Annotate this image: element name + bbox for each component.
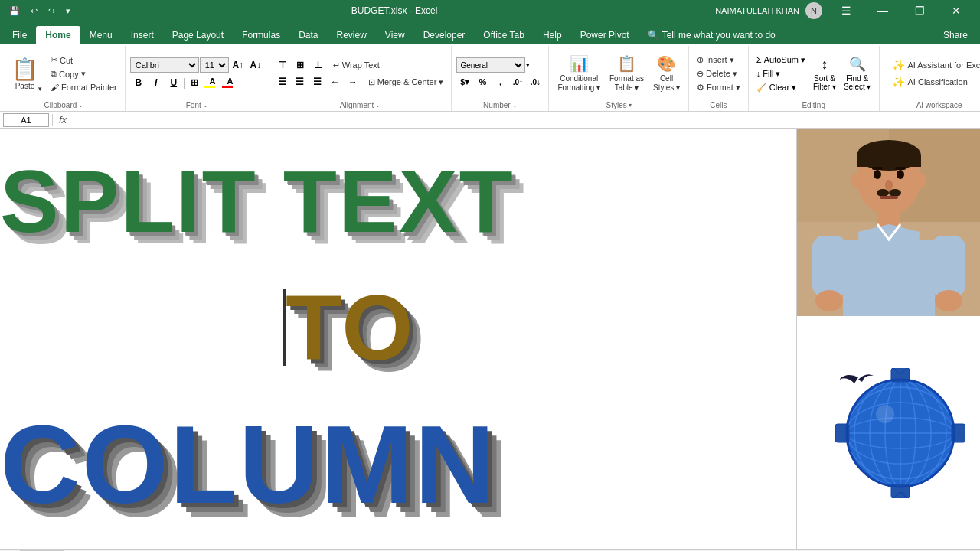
font-expand-icon[interactable]: ⌄ xyxy=(203,102,208,109)
tab-power-pivot[interactable]: Power Pivot xyxy=(571,26,639,44)
format-separator: | xyxy=(183,77,186,89)
insert-cells-button[interactable]: ⊕ Insert ▾ xyxy=(694,54,743,67)
redo-icon[interactable]: ↪ xyxy=(45,5,58,18)
merge-center-button[interactable]: ⊡ Merge & Center ▾ xyxy=(365,76,447,89)
inc-indent-button[interactable]: → xyxy=(345,74,361,90)
ribbon-tab-bar: File Home Menu Insert Page Layout Formul… xyxy=(0,21,980,44)
cell-reference-box[interactable] xyxy=(3,113,49,127)
tab-office-tab[interactable]: Office Tab xyxy=(474,26,534,44)
minimize-btn[interactable]: — xyxy=(865,0,900,21)
top-align-button[interactable]: ⊤ xyxy=(274,57,291,73)
svg-point-6 xyxy=(874,170,881,179)
ai-workspace-group: ✨ AI Assistant for Excel ✨ AI Classifica… xyxy=(880,46,981,111)
side-panel xyxy=(796,129,980,549)
number-format-select[interactable]: General xyxy=(456,57,525,73)
dollar-button[interactable]: $▾ xyxy=(456,74,473,90)
dec-decimal-button[interactable]: .0↓ xyxy=(527,74,544,90)
cut-button[interactable]: ✂ Cut xyxy=(47,54,120,67)
tab-developer[interactable]: Developer xyxy=(414,26,475,44)
font-family-select[interactable]: Calibri xyxy=(130,57,199,73)
tab-review[interactable]: Review xyxy=(328,26,376,44)
copy-button[interactable]: ⧉ Copy ▾ xyxy=(47,67,120,80)
bot-align-button[interactable]: ⊥ xyxy=(309,57,326,73)
copy-dropdown[interactable]: ▾ xyxy=(81,69,86,79)
align-center-button[interactable]: ☰ xyxy=(292,74,309,90)
clipboard-expand-icon[interactable]: ⌄ xyxy=(78,102,83,109)
ribbon-display-btn[interactable]: ☰ xyxy=(828,0,864,21)
bold-button[interactable]: B xyxy=(130,75,147,90)
maximize-btn[interactable]: ❐ xyxy=(902,0,937,21)
sort-filter-button[interactable]: ↕ Sort &Filter ▾ xyxy=(810,51,839,96)
format-as-table-button[interactable]: 📋 Format asTable ▾ xyxy=(606,51,648,96)
autosum-button[interactable]: Σ AutoSum ▾ xyxy=(753,54,808,67)
undo-icon[interactable]: ↩ xyxy=(28,5,41,18)
comma-button[interactable]: , xyxy=(492,74,508,90)
mid-align-button[interactable]: ⊞ xyxy=(292,57,309,73)
person-photo xyxy=(797,129,980,316)
delete-dropdown[interactable]: ▾ xyxy=(733,69,737,79)
clear-button[interactable]: 🧹 Clear ▾ xyxy=(753,81,808,94)
percent-button[interactable]: % xyxy=(474,74,491,90)
tab-menu[interactable]: Menu xyxy=(80,26,122,44)
find-select-button[interactable]: 🔍 Find &Select ▾ xyxy=(841,51,874,96)
quick-access-toolbar[interactable]: 💾 ↩ ↪ ▾ xyxy=(6,5,74,18)
tab-data[interactable]: Data xyxy=(289,26,327,44)
clear-dropdown[interactable]: ▾ xyxy=(792,83,796,93)
italic-button[interactable]: I xyxy=(148,75,165,90)
tab-insert[interactable]: Insert xyxy=(122,26,163,44)
styles-expand-icon[interactable]: ▾ xyxy=(629,102,632,109)
delete-cells-button[interactable]: ⊖ Delete ▾ xyxy=(694,67,743,80)
number-format-dropdown[interactable]: ▾ xyxy=(526,61,530,69)
tab-view[interactable]: View xyxy=(376,26,414,44)
wrap-text-button[interactable]: ↵ Wrap Text xyxy=(330,59,383,72)
format-dropdown[interactable]: ▾ xyxy=(736,83,740,93)
fill-button[interactable]: ↓ Fill ▾ xyxy=(753,67,808,80)
alignment-expand-icon[interactable]: ⌄ xyxy=(375,102,381,109)
ai-assistant-button[interactable]: ✨ AI Assistant for Excel xyxy=(887,57,981,73)
tab-search[interactable]: 🔍 Tell me what you want to do xyxy=(639,26,785,44)
increase-font-button[interactable]: A↑ xyxy=(230,57,247,73)
dec-indent-button[interactable]: ← xyxy=(327,74,344,90)
cell-styles-button[interactable]: 🎨 CellStyles ▾ xyxy=(649,51,684,96)
copy-icon: ⧉ xyxy=(51,69,57,79)
spreadsheet-area[interactable]: SPLIT TEXT TO COLUMN xyxy=(0,129,796,549)
split-text-label: SPLIT TEXT xyxy=(0,158,612,246)
tab-page-layout[interactable]: Page Layout xyxy=(163,26,233,44)
tab-home[interactable]: Home xyxy=(36,26,80,44)
fill-dropdown[interactable]: ▾ xyxy=(776,69,780,79)
ribbon: 📋 Paste ▾ ✂ Cut ⧉ Copy ▾ 🖌 Format Painte… xyxy=(0,44,980,112)
sparkle-icon: ✨ xyxy=(892,59,905,71)
formula-input[interactable] xyxy=(73,113,977,127)
svg-rect-18 xyxy=(812,236,847,297)
format-painter-button[interactable]: 🖌 Format Painter xyxy=(47,81,120,93)
number-expand-icon[interactable]: ⌄ xyxy=(512,102,518,109)
font-size-select[interactable]: 11 xyxy=(200,57,229,73)
cells-group: ⊕ Insert ▾ ⊖ Delete ▾ ⚙ Format ▾ Cells xyxy=(689,46,749,111)
ai-classification-button[interactable]: ✨ AI Classification xyxy=(887,74,981,90)
formula-bar: fx xyxy=(0,112,980,129)
decrease-font-button[interactable]: A↓ xyxy=(247,57,264,73)
paste-dropdown-icon[interactable]: ▾ xyxy=(38,85,42,93)
align-right-button[interactable]: ☰ xyxy=(309,74,326,90)
share-btn[interactable]: Share xyxy=(934,26,977,44)
underline-button[interactable]: U xyxy=(165,75,182,90)
close-btn[interactable]: ✕ xyxy=(939,0,974,21)
customize-icon[interactable]: ▾ xyxy=(63,5,74,18)
tab-file[interactable]: File xyxy=(3,26,36,44)
inc-decimal-button[interactable]: .0↑ xyxy=(509,74,526,90)
window-controls[interactable]: ☰ — ❐ ✕ xyxy=(828,0,974,21)
paste-button[interactable]: 📋 Paste ▾ xyxy=(8,51,46,96)
align-left-button[interactable]: ☰ xyxy=(274,74,291,90)
tab-help[interactable]: Help xyxy=(534,26,571,44)
save-icon[interactable]: 💾 xyxy=(6,5,23,18)
tab-formulas[interactable]: Formulas xyxy=(233,26,289,44)
borders-button[interactable]: ⊞ xyxy=(186,75,203,90)
autosum-dropdown[interactable]: ▾ xyxy=(801,55,805,65)
font-color-button[interactable]: A xyxy=(221,75,238,90)
conditional-formatting-button[interactable]: 📊 ConditionalFormatting ▾ xyxy=(554,51,604,96)
cursor-indicator xyxy=(283,289,286,366)
insert-dropdown[interactable]: ▾ xyxy=(730,55,734,65)
svg-rect-19 xyxy=(931,236,965,297)
format-cells-button[interactable]: ⚙ Format ▾ xyxy=(694,81,743,94)
fill-color-button[interactable]: A xyxy=(204,75,220,90)
